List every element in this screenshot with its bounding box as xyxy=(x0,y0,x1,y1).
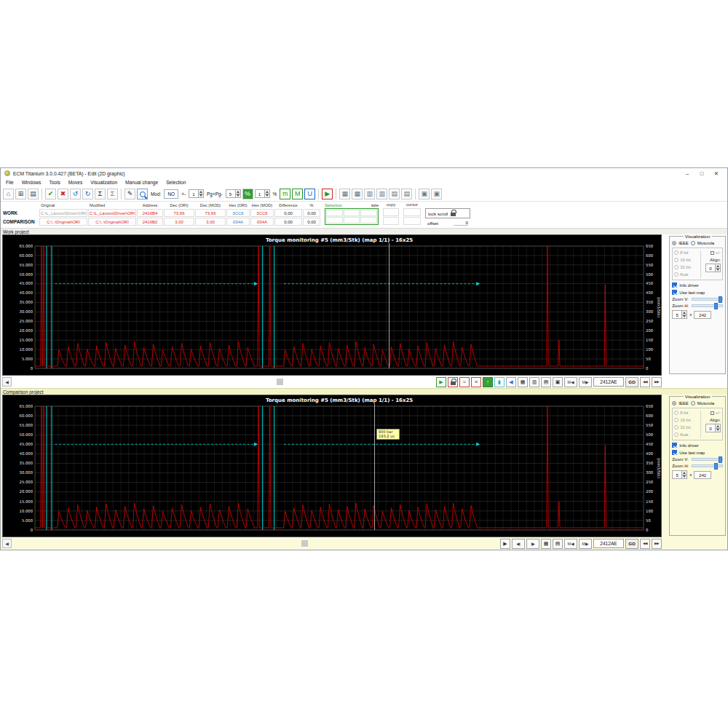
next-map-button[interactable]: M▶ xyxy=(579,377,592,387)
unit-button[interactable]: U xyxy=(304,189,315,199)
spin-down-icon[interactable] xyxy=(682,314,687,320)
table-cell[interactable]: 0,00 xyxy=(303,218,320,226)
marker-button[interactable]: ▮ xyxy=(494,377,505,387)
undo-icon[interactable]: ↺ xyxy=(70,189,81,199)
copy-column-icon[interactable]: ▤ xyxy=(401,189,412,199)
spin-down-icon[interactable] xyxy=(716,268,721,273)
close-button[interactable]: ✕ xyxy=(709,169,724,178)
play-button[interactable]: ▶ xyxy=(500,539,510,549)
redo-icon[interactable]: ↻ xyxy=(82,189,93,199)
prev-step-button[interactable]: ◀| xyxy=(512,539,525,549)
copy-grid-button[interactable]: ▦ xyxy=(518,377,528,387)
copy-grid2-button[interactable]: ▤ xyxy=(553,539,563,549)
selection-grid[interactable] xyxy=(325,208,379,225)
go-button[interactable]: GO xyxy=(625,539,638,549)
maximize-button[interactable]: □ xyxy=(695,169,709,178)
first-map-button[interactable]: ◀◀ xyxy=(640,539,650,549)
info-driver-checkbox[interactable] xyxy=(672,282,677,288)
menu-manual-change[interactable]: Manual change xyxy=(125,180,158,185)
h-scrollbar[interactable] xyxy=(13,377,435,387)
next-map-button[interactable]: M▶ xyxy=(579,539,592,549)
start-stop-icon[interactable]: ▶ xyxy=(322,189,333,199)
menu-file[interactable]: File xyxy=(6,180,14,185)
cascade-windows-icon[interactable]: ▤ xyxy=(28,189,39,199)
table-cell[interactable]: 2416B2 xyxy=(137,218,163,226)
info-driver-checkbox[interactable] xyxy=(672,443,677,448)
titlebar[interactable]: ECM Titanium 3.0.0.427 (BETA) - Edit (2D… xyxy=(1,168,727,178)
zoom-v-slider-thumb[interactable] xyxy=(719,456,722,463)
min-button[interactable]: m xyxy=(280,189,290,199)
8bit-radio[interactable] xyxy=(674,250,678,255)
copy-cell[interactable] xyxy=(383,217,399,225)
table-cell[interactable]: C:\L_Lavoro\Driver\ORI xyxy=(88,209,136,217)
go-button[interactable]: GO xyxy=(625,377,638,387)
table-cell[interactable]: 73,66 xyxy=(164,209,194,217)
cursor-cell[interactable] xyxy=(403,208,421,216)
menu-selection[interactable]: Selection xyxy=(166,180,186,185)
copy-grid4-button[interactable]: ▣ xyxy=(553,377,563,387)
table-cell[interactable]: 3CC6 xyxy=(250,209,274,217)
list-view-button[interactable]: ≡ xyxy=(471,377,481,387)
h-scroll-left-button[interactable]: ◀ xyxy=(2,377,12,387)
copy-grid3-button[interactable]: ▤ xyxy=(541,377,551,387)
table-cell[interactable]: C:\..\Original\ORI xyxy=(88,218,136,226)
zoom-h-slider-thumb[interactable] xyxy=(714,463,718,470)
table-cell[interactable]: 73,66 xyxy=(195,209,226,217)
table-cell[interactable]: 034A xyxy=(226,218,250,226)
table-cell[interactable]: 3,00 xyxy=(195,218,226,226)
comparison-chart[interactable]: 65.00065060.00060055.00055050.00050045.0… xyxy=(2,395,662,537)
sum-edit-icon[interactable]: Σ xyxy=(107,189,118,199)
address-field[interactable]: 2412AE xyxy=(593,539,624,548)
lock-scroll-toggle[interactable]: lock scroll xyxy=(425,208,470,218)
lock-button[interactable] xyxy=(448,377,458,387)
up-button[interactable]: ↑ xyxy=(483,377,493,387)
copy-grid2-button[interactable]: ▥ xyxy=(529,377,539,387)
copy-table-icon[interactable]: ▣ xyxy=(431,189,442,199)
h-scroll-thumb[interactable] xyxy=(301,540,308,547)
16bit-radio[interactable] xyxy=(674,418,678,422)
play-button[interactable]: ▶ xyxy=(436,377,446,387)
cancel-icon[interactable]: ✖ xyxy=(58,189,68,199)
table-cell[interactable]: 3CC6 xyxy=(226,209,250,217)
first-map-button[interactable]: ◀◀ xyxy=(640,377,650,387)
step-spinner[interactable]: 1 xyxy=(189,189,204,198)
next-step-button[interactable]: |▶ xyxy=(526,539,539,549)
zoom-h-slider[interactable] xyxy=(692,464,723,467)
zoom-v-slider[interactable] xyxy=(692,298,723,301)
16bit-radio[interactable] xyxy=(674,258,678,262)
table-cell[interactable]: 0,00 xyxy=(303,209,320,217)
motorola-radio[interactable] xyxy=(691,241,695,245)
copy-map-mod-icon[interactable]: ▦ xyxy=(352,189,363,199)
zoom-v-slider[interactable] xyxy=(692,458,723,461)
spin-down-icon[interactable] xyxy=(716,428,721,433)
percent-spinner[interactable]: 1 xyxy=(255,189,270,198)
prev-button[interactable]: ◀ xyxy=(506,377,516,387)
menu-visualization[interactable]: Visualization xyxy=(90,180,117,185)
spin-down-icon[interactable] xyxy=(682,475,687,480)
prev-map-button[interactable]: M◀ xyxy=(564,377,577,387)
zoom-h-slider-thumb[interactable] xyxy=(714,303,718,309)
ieee-radio[interactable] xyxy=(672,401,676,405)
sum-icon[interactable]: Σ xyxy=(95,189,106,199)
max-button[interactable]: M xyxy=(292,189,303,199)
graph-view-button[interactable]: ≈ xyxy=(459,377,470,387)
zoom-v-slider-thumb[interactable] xyxy=(719,296,722,303)
spin-down-icon[interactable] xyxy=(236,194,241,199)
h-scrollbar[interactable] xyxy=(13,539,499,548)
use-last-map-checkbox[interactable] xyxy=(672,450,677,455)
align-spinner[interactable]: 0 xyxy=(705,264,721,272)
h-scroll-thumb[interactable] xyxy=(277,379,283,385)
mod-value-field[interactable]: NO xyxy=(164,189,178,199)
page-step-spinner[interactable]: 5 xyxy=(226,189,241,198)
motorola-radio[interactable] xyxy=(691,401,695,405)
h-scroll-left-button[interactable]: ◀ xyxy=(2,539,12,548)
32bit-radio[interactable] xyxy=(674,425,678,430)
paste-selection-icon[interactable]: ▤ xyxy=(389,189,400,199)
prev-map-button[interactable]: M◀ xyxy=(564,539,577,549)
address-field[interactable]: 2412AE xyxy=(593,377,624,387)
spin-down-icon[interactable] xyxy=(199,194,204,199)
align-spinner[interactable]: 0 xyxy=(705,424,721,432)
columns-field[interactable]: 242 xyxy=(694,471,711,479)
copy-cell[interactable] xyxy=(383,208,399,216)
table-cell[interactable]: 0,00 xyxy=(274,209,302,217)
